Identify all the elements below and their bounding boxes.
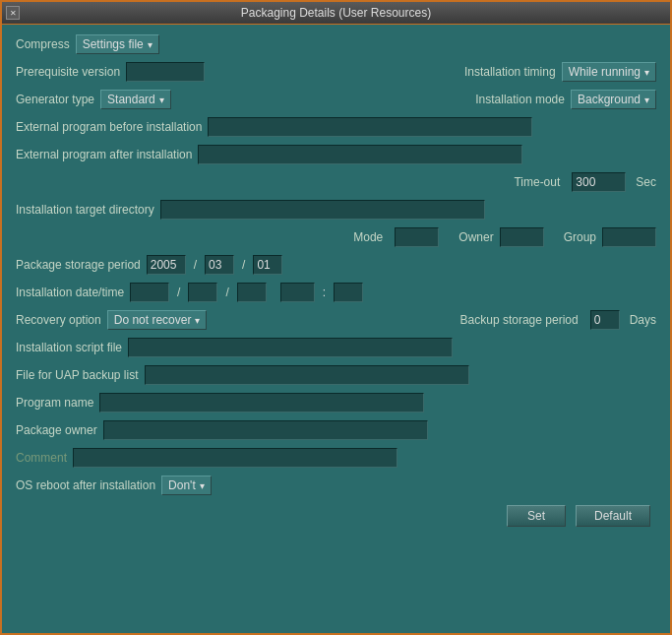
uap-backup-row: File for UAP backup list — [16, 365, 656, 385]
days-label: Days — [630, 313, 656, 327]
external-after-input[interactable] — [198, 145, 522, 164]
installation-mode-label: Installation mode — [475, 93, 565, 106]
package-owner-label: Package owner — [16, 423, 97, 437]
package-storage-day[interactable] — [253, 255, 282, 275]
timeout-label: Time-out — [16, 175, 566, 189]
timeout-input[interactable] — [572, 172, 626, 192]
install-script-label: Installation script file — [16, 341, 122, 354]
close-button[interactable]: ✕ — [6, 6, 20, 20]
bottom-buttons: Set Default — [16, 505, 656, 527]
package-owner-input[interactable] — [103, 420, 428, 440]
program-name-input[interactable] — [99, 393, 424, 413]
install-script-row: Installation script file — [16, 338, 656, 357]
os-reboot-label: OS reboot after installation — [16, 478, 155, 492]
owner-input[interactable] — [500, 227, 544, 247]
recovery-row: Recovery option Do not recover Backup st… — [16, 310, 656, 330]
comment-row: Comment — [16, 448, 656, 468]
form-content: Compress Settings file Prerequisite vers… — [2, 25, 670, 537]
install-target-label: Installation target directory — [16, 203, 154, 217]
external-after-row: External program after installation — [16, 145, 656, 164]
backup-storage-input[interactable] — [590, 310, 620, 330]
install-datetime-row: Installation date/time / / : — [16, 283, 656, 302]
generator-type-label: Generator type — [16, 93, 94, 106]
main-window: ✕ Packaging Details (User Resources) Com… — [0, 0, 672, 635]
install-datetime-day[interactable] — [237, 283, 267, 302]
program-name-row: Program name — [16, 393, 656, 413]
installation-timing-label: Installation timing — [464, 65, 556, 79]
comment-label: Comment — [16, 451, 67, 465]
package-storage-row: Package storage period / / — [16, 255, 656, 275]
prerequisite-label: Prerequisite version — [16, 65, 120, 79]
install-datetime-month[interactable] — [188, 283, 217, 302]
mode-input[interactable] — [395, 227, 439, 247]
external-before-row: External program before installation — [16, 117, 656, 137]
package-storage-year[interactable] — [147, 255, 186, 275]
compress-dropdown[interactable]: Settings file — [76, 34, 159, 54]
set-button[interactable]: Set — [507, 505, 566, 527]
group-input[interactable] — [602, 227, 656, 247]
program-name-label: Program name — [16, 396, 93, 410]
os-reboot-row: OS reboot after installation Don't — [16, 476, 656, 495]
compress-row: Compress Settings file — [16, 34, 656, 54]
external-before-input[interactable] — [208, 117, 532, 137]
prerequisite-input[interactable] — [126, 62, 205, 82]
title-bar: ✕ Packaging Details (User Resources) — [2, 2, 670, 25]
recovery-option-dropdown[interactable]: Do not recover — [107, 310, 208, 330]
package-storage-label: Package storage period — [16, 258, 141, 272]
package-storage-month[interactable] — [205, 255, 234, 275]
external-after-label: External program after installation — [16, 148, 192, 161]
install-datetime-year[interactable] — [130, 283, 169, 302]
recovery-option-label: Recovery option — [16, 313, 101, 327]
uap-backup-label: File for UAP backup list — [16, 368, 139, 382]
comment-input[interactable] — [73, 448, 397, 468]
window-title: Packaging Details (User Resources) — [241, 6, 431, 20]
install-script-input[interactable] — [128, 338, 453, 357]
backup-storage-label: Backup storage period — [460, 313, 579, 327]
install-datetime-minute[interactable] — [334, 283, 363, 302]
os-reboot-dropdown[interactable]: Don't — [161, 476, 212, 495]
package-owner-row: Package owner — [16, 420, 656, 440]
install-datetime-label: Installation date/time — [16, 286, 124, 299]
generator-type-dropdown[interactable]: Standard — [100, 90, 171, 109]
group-label: Group — [564, 230, 596, 244]
uap-backup-input[interactable] — [145, 365, 469, 385]
mode-owner-group-row: Mode Owner Group — [16, 227, 656, 247]
install-target-input[interactable] — [160, 200, 485, 220]
title-bar-controls: ✕ — [6, 6, 20, 20]
install-datetime-hour[interactable] — [280, 283, 315, 302]
sec-label: Sec — [636, 175, 656, 189]
prerequisite-row: Prerequisite version Installation timing… — [16, 62, 656, 82]
install-target-row: Installation target directory — [16, 200, 656, 220]
mode-label: Mode — [16, 230, 389, 244]
external-before-label: External program before installation — [16, 120, 202, 134]
installation-timing-dropdown[interactable]: While running — [562, 62, 656, 82]
timeout-row: Time-out Sec — [16, 172, 656, 192]
installation-mode-dropdown[interactable]: Background — [571, 90, 656, 109]
owner-label: Owner — [458, 230, 493, 244]
generator-row: Generator type Standard Installation mod… — [16, 90, 656, 109]
default-button[interactable]: Default — [576, 505, 650, 527]
compress-label: Compress — [16, 37, 70, 51]
